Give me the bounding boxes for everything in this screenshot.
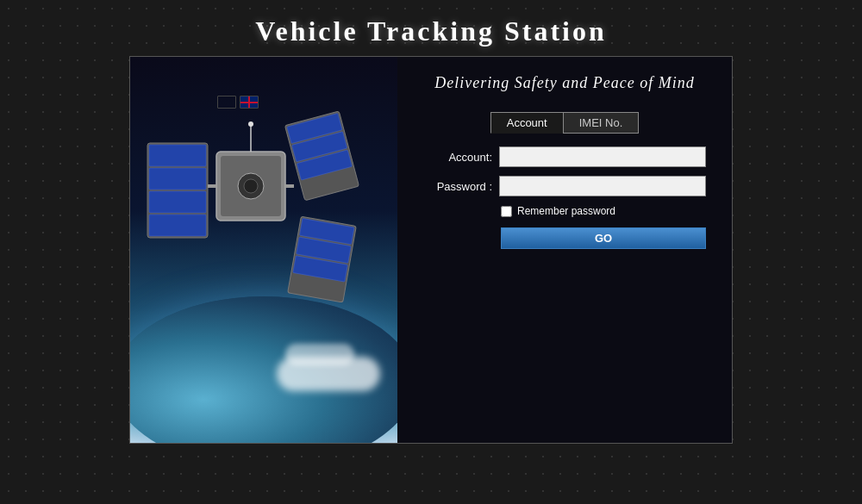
- svg-rect-2: [149, 168, 206, 190]
- svg-rect-1: [149, 145, 206, 166]
- login-form: Account: Password : Remember password GO: [397, 142, 732, 258]
- svg-rect-4: [149, 215, 206, 236]
- account-input[interactable]: [499, 146, 706, 167]
- svg-point-20: [248, 121, 253, 127]
- main-panel: 🤖 App for Android 📱 Available on the App…: [129, 56, 733, 444]
- svg-rect-18: [285, 184, 294, 188]
- svg-rect-17: [208, 184, 216, 188]
- satellite-visual: [139, 74, 363, 333]
- password-row: Password :: [423, 176, 706, 196]
- remember-label: Remember password: [517, 205, 615, 217]
- password-label: Password :: [423, 180, 492, 193]
- flag-english[interactable]: [240, 96, 259, 109]
- remember-checkbox[interactable]: [501, 206, 512, 217]
- cloud-2: [285, 344, 354, 365]
- password-input[interactable]: [499, 176, 706, 196]
- hero-text: Delivering Safety and Peace of Mind: [397, 57, 732, 105]
- satellite-svg: [139, 74, 363, 333]
- right-panel: Delivering Safety and Peace of Mind Acco…: [397, 57, 732, 443]
- account-row: Account:: [423, 146, 706, 167]
- svg-rect-3: [149, 191, 206, 213]
- svg-point-8: [244, 179, 258, 193]
- go-button[interactable]: GO: [501, 227, 706, 249]
- remember-row: Remember password: [423, 205, 706, 217]
- tabs-row: Account IMEI No.: [397, 112, 732, 134]
- flag-chinese[interactable]: [217, 96, 236, 109]
- tab-account[interactable]: Account: [490, 112, 563, 134]
- tab-imei[interactable]: IMEI No.: [563, 112, 640, 134]
- account-label: Account:: [423, 151, 492, 164]
- left-panel: 🤖 App for Android 📱 Available on the App…: [130, 57, 397, 443]
- page-title: Vehicle Tracking Station: [255, 16, 606, 47]
